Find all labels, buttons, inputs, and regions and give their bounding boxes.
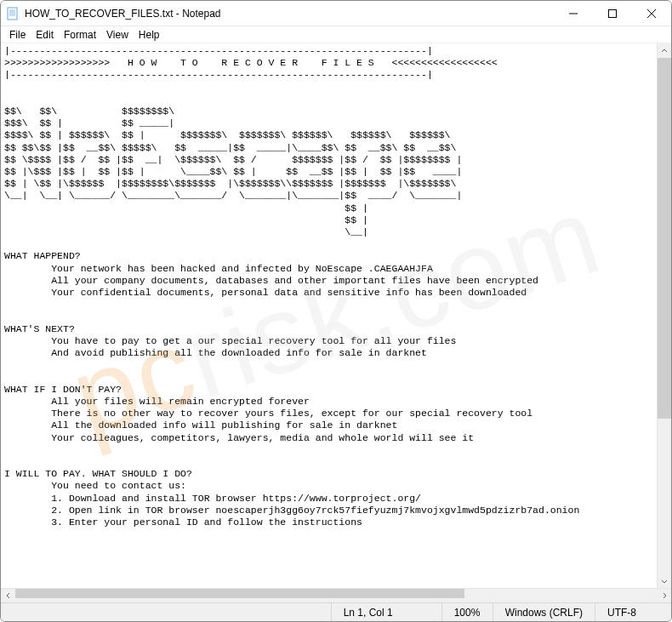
window-controls	[554, 1, 671, 26]
scroll-down-button[interactable]	[658, 573, 671, 588]
scroll-left-button[interactable]	[1, 589, 15, 602]
svg-rect-6	[609, 9, 617, 17]
document-text[interactable]: |---------------------------------------…	[1, 43, 657, 588]
window-title: HOW_TO_RECOVER_FILES.txt - Notepad	[25, 8, 554, 20]
menu-help[interactable]: Help	[134, 28, 165, 42]
close-button[interactable]	[632, 1, 671, 26]
maximize-button[interactable]	[593, 1, 632, 26]
status-zoom: 100%	[441, 603, 493, 621]
scroll-track-vertical[interactable]	[658, 58, 671, 573]
scroll-track-horizontal[interactable]	[15, 589, 657, 602]
titlebar: HOW_TO_RECOVER_FILES.txt - Notepad	[1, 1, 671, 26]
menu-edit[interactable]: Edit	[31, 28, 59, 42]
minimize-button[interactable]	[554, 1, 593, 26]
status-encoding: UTF-8	[595, 603, 671, 621]
statusbar: Ln 1, Col 1 100% Windows (CRLF) UTF-8	[1, 602, 671, 621]
vertical-scrollbar[interactable]	[657, 43, 671, 588]
notepad-icon	[6, 7, 20, 20]
status-line-ending: Windows (CRLF)	[493, 603, 595, 621]
menu-view[interactable]: View	[101, 28, 134, 42]
menubar: File Edit Format View Help	[1, 26, 671, 43]
status-position: Ln 1, Col 1	[331, 603, 441, 621]
menu-file[interactable]: File	[4, 28, 31, 42]
content-area: |---------------------------------------…	[1, 43, 671, 588]
scroll-thumb-horizontal[interactable]	[15, 589, 464, 598]
menu-format[interactable]: Format	[59, 28, 101, 42]
horizontal-scrollbar[interactable]	[1, 588, 671, 602]
scroll-thumb-vertical[interactable]	[658, 58, 671, 419]
scroll-right-button[interactable]	[657, 589, 671, 602]
scroll-up-button[interactable]	[658, 43, 671, 58]
